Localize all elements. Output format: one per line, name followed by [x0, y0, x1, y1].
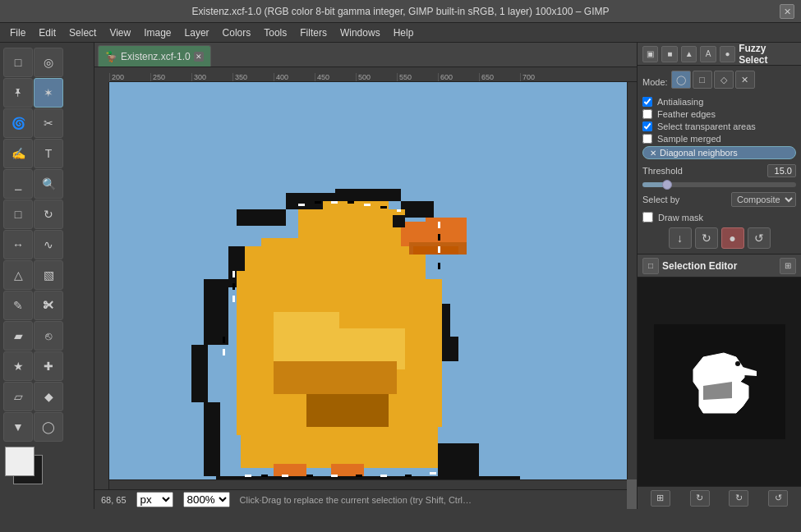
- right-panel: ▣ ■ ▲ A ● Fuzzy Select Mode: ◯ □ ◇ ✕: [637, 43, 801, 509]
- panel-icon-color[interactable]: ▲: [681, 46, 697, 62]
- ruler-tick: 550: [397, 73, 438, 81]
- select-transparent-checkbox[interactable]: [642, 122, 652, 131]
- menu-windows[interactable]: Windows: [334, 25, 387, 40]
- tool-clone[interactable]: ★: [3, 351, 33, 381]
- vertical-scrollbar[interactable]: [627, 82, 637, 479]
- zoom-selector[interactable]: 800% 400% 200% 100%: [183, 492, 230, 507]
- unit-selector[interactable]: px mm in: [136, 492, 173, 507]
- menu-file[interactable]: File: [3, 25, 32, 40]
- tool-zoom[interactable]: 🔍: [34, 169, 63, 199]
- threshold-value[interactable]: 15.0: [767, 164, 796, 177]
- tab-close-button[interactable]: ✕: [194, 52, 204, 62]
- status-bar: 68, 65 px mm in 800% 400% 200% 100% Clic…: [94, 489, 627, 509]
- tool-free-select[interactable]: 🖈: [3, 78, 33, 108]
- tool-bucket[interactable]: △: [3, 260, 33, 290]
- menu-view[interactable]: View: [103, 25, 137, 40]
- tool-by-color[interactable]: 🌀: [3, 108, 33, 138]
- sel-edit-delete-btn[interactable]: ↻: [729, 490, 748, 507]
- tool-gradient[interactable]: ▧: [34, 260, 63, 290]
- antialiasing-checkbox[interactable]: [642, 97, 652, 107]
- badge-remove-icon[interactable]: ✕: [650, 149, 656, 158]
- threshold-slider[interactable]: [642, 182, 796, 187]
- tool-crop[interactable]: □: [3, 200, 33, 229]
- menu-tools[interactable]: Tools: [257, 25, 293, 40]
- tool-blur[interactable]: ◆: [34, 382, 63, 411]
- canvas-tab-active[interactable]: 🦆 Existenz.xcf-1.0 ✕: [98, 45, 211, 66]
- select-by-label: Select by: [642, 195, 679, 204]
- action-delete-btn[interactable]: ●: [721, 227, 744, 249]
- svg-rect-30: [331, 464, 364, 476]
- select-by-dropdown[interactable]: Composite Red Green Blue Alpha: [731, 192, 796, 207]
- diagonal-neighbors-label: Diagonal neighbors: [660, 148, 738, 158]
- tool-paintbrush[interactable]: ✀: [34, 291, 63, 320]
- tool-eraser[interactable]: ▰: [3, 321, 33, 351]
- mode-btn-add[interactable]: □: [693, 71, 712, 89]
- diagonal-neighbors-badge[interactable]: ✕ Diagonal neighbors: [642, 146, 796, 159]
- tool-flip[interactable]: ↔: [3, 230, 33, 259]
- threshold-row: Threshold 15.0: [642, 164, 796, 177]
- svg-rect-34: [348, 201, 354, 204]
- sel-edit-save-btn[interactable]: ↻: [690, 490, 710, 507]
- draw-mask-checkbox[interactable]: [642, 212, 653, 222]
- tool-perspective-clone[interactable]: ▱: [3, 382, 33, 411]
- tool-options-header: ▣ ■ ▲ A ● Fuzzy Select: [638, 43, 801, 66]
- svg-rect-40: [438, 246, 440, 253]
- panel-icon-font[interactable]: A: [700, 46, 716, 62]
- tool-warp[interactable]: ∿: [34, 230, 63, 259]
- horizontal-scrollbar[interactable]: [109, 479, 627, 489]
- tool-airbrush[interactable]: ⎋: [34, 321, 63, 351]
- tool-dodge[interactable]: ◯: [34, 412, 63, 442]
- menubar: File Edit Select View Image Layer Colors…: [0, 23, 801, 43]
- menu-filters[interactable]: Filters: [293, 25, 334, 40]
- tool-heal[interactable]: ✚: [34, 351, 63, 381]
- tool-rect-select[interactable]: □: [3, 48, 33, 77]
- tool-fuzzy-select[interactable]: ✶: [34, 78, 63, 108]
- tool-paths[interactable]: ✍: [3, 139, 33, 168]
- action-undo-btn[interactable]: ↺: [748, 227, 771, 249]
- sel-edit-undo-btn[interactable]: ↺: [768, 490, 788, 507]
- feather-edges-checkbox[interactable]: [642, 109, 652, 119]
- svg-rect-35: [364, 204, 371, 206]
- menu-layer[interactable]: Layer: [178, 25, 216, 40]
- draw-mask-label: Draw mask: [658, 213, 703, 222]
- svg-rect-11: [438, 443, 479, 476]
- threshold-handle[interactable]: [662, 180, 672, 190]
- duck-artwork: [109, 82, 594, 479]
- tool-scissors[interactable]: ✂: [34, 108, 63, 138]
- mode-btn-subtract[interactable]: ◇: [714, 71, 734, 89]
- menu-image[interactable]: Image: [137, 25, 177, 40]
- mode-btn-replace[interactable]: ◯: [671, 71, 691, 89]
- tool-smudge[interactable]: ▼: [3, 412, 33, 442]
- foreground-color[interactable]: [5, 447, 35, 476]
- mode-buttons: ◯ □ ◇ ✕: [671, 71, 755, 89]
- svg-rect-48: [261, 475, 268, 477]
- sel-editor-expand-btn[interactable]: ⊞: [780, 258, 796, 274]
- tool-pencil[interactable]: ✎: [3, 291, 33, 320]
- ruler-tick: 650: [479, 73, 520, 81]
- tool-measure[interactable]: ⎯: [3, 169, 33, 199]
- svg-rect-12: [191, 345, 208, 402]
- sel-editor-icon[interactable]: □: [642, 258, 659, 274]
- close-button[interactable]: ✕: [780, 4, 794, 19]
- action-save-btn[interactable]: ↓: [669, 227, 692, 249]
- mode-btn-intersect[interactable]: ✕: [735, 71, 755, 89]
- panel-icon-misc[interactable]: ●: [720, 46, 735, 62]
- menu-select[interactable]: Select: [62, 25, 103, 40]
- horizontal-ruler: 200 250 300 350 400 450 500 550 600 650 …: [109, 67, 637, 82]
- action-reset-btn[interactable]: ↻: [695, 227, 718, 249]
- menu-colors[interactable]: Colors: [216, 25, 258, 40]
- svg-rect-38: [438, 222, 440, 228]
- tool-ellipse-select[interactable]: ◎: [34, 48, 63, 77]
- menu-edit[interactable]: Edit: [32, 25, 62, 40]
- panel-icon-paint[interactable]: ■: [661, 46, 677, 62]
- canvas-viewport[interactable]: [109, 82, 627, 479]
- selection-editor-panel: □ Selection Editor ⊞: [638, 255, 801, 509]
- sample-merged-checkbox[interactable]: [642, 134, 652, 144]
- tool-transform[interactable]: ↻: [34, 200, 63, 229]
- sel-edit-new-btn[interactable]: ⊞: [651, 490, 670, 507]
- tool-text[interactable]: T: [34, 139, 63, 168]
- feather-edges-row: Feather edges: [642, 109, 796, 119]
- svg-rect-25: [426, 218, 467, 230]
- menu-help[interactable]: Help: [387, 25, 421, 40]
- panel-icon-view[interactable]: ▣: [642, 46, 658, 62]
